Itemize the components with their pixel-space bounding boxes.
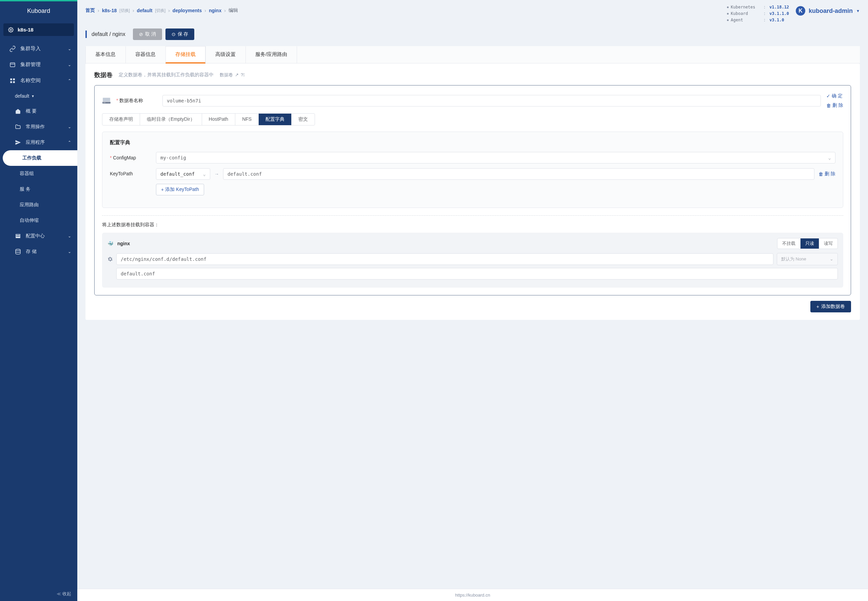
subtab-emptydir[interactable]: 临时目录（EmptyDir）	[140, 114, 202, 125]
svg-rect-8	[16, 236, 20, 237]
cluster-name: k8s-18	[18, 27, 34, 32]
spacer	[108, 271, 113, 276]
bc-cluster-switch[interactable]: [切换]	[119, 8, 130, 14]
caret-down-icon: ▼	[31, 94, 35, 98]
chevron-down-icon: ⌄	[68, 63, 71, 67]
tab-service[interactable]: 服务/应用路由	[245, 46, 297, 63]
mount-heading: 将上述数据卷挂载到容器：	[102, 222, 843, 228]
confirm-button[interactable]: ✓确 定	[826, 93, 842, 99]
volume-box: 数据卷名称 ✓确 定 🗑删 除 存储卷声明 临时目录（EmptyDir） Hos…	[94, 85, 851, 295]
nav-config[interactable]: 配置中心⌄	[0, 228, 77, 244]
tab-basic[interactable]: 基本信息	[85, 46, 125, 63]
nav-services[interactable]: 服 务	[0, 182, 77, 197]
cluster-selector[interactable]: k8s-18	[3, 23, 74, 36]
titlebar: default / nginx ⊘取 消 ⊙保 存	[77, 24, 868, 46]
nav-pods[interactable]: 容器组	[0, 166, 77, 182]
subtab-nfs[interactable]: NFS	[235, 114, 259, 125]
add-volume-row: +添加数据卷	[94, 301, 851, 313]
divider	[102, 215, 843, 216]
nav-cluster-manage[interactable]: 集群管理⌄	[0, 56, 77, 73]
chevron-down-icon: ⌄	[68, 46, 71, 51]
seg-readwrite[interactable]: 读写	[819, 238, 838, 249]
ktp-path-input[interactable]	[223, 168, 815, 180]
sidebar: Kuboard k8s-18 集群导入⌄ 集群管理⌄ 名称空间⌃ default…	[0, 0, 77, 601]
tab-container[interactable]: 容器信息	[125, 46, 166, 63]
seg-readonly[interactable]: 只读	[801, 238, 819, 249]
page-title: default / nginx	[91, 31, 125, 37]
section-desc: 定义数据卷，并将其挂载到工作负载的容器中	[119, 72, 213, 78]
grid-icon	[9, 78, 15, 84]
cm-select[interactable]: my-config⌄	[156, 152, 836, 163]
nav-storage[interactable]: 存 储⌄	[0, 244, 77, 259]
add-ktp-button[interactable]: +添加 KeyToPath	[156, 184, 204, 195]
svg-rect-1	[10, 63, 15, 67]
ktp-key-select[interactable]: default_conf⌄	[156, 168, 210, 180]
gear-icon	[108, 256, 113, 262]
bc-ns-switch[interactable]: [切换]	[155, 8, 166, 14]
chevron-right-icon: ›	[224, 8, 226, 13]
save-button[interactable]: ⊙保 存	[166, 29, 195, 40]
bc-home[interactable]: 首页	[85, 8, 95, 14]
send-icon	[15, 139, 21, 145]
ktp-label: KeyToPath	[110, 168, 151, 176]
help-link[interactable]: 数据卷↗?⃝	[220, 72, 245, 78]
volume-name-input[interactable]	[162, 95, 821, 107]
chevron-down-icon: ⌄	[203, 171, 206, 177]
subtab-hostpath[interactable]: HostPath	[202, 114, 236, 125]
check-icon: ✓	[826, 93, 830, 99]
seg-none[interactable]: 不挂载	[777, 238, 801, 249]
bc-cluster[interactable]: k8s-18	[102, 8, 117, 13]
footer: https://kuboard.cn	[77, 589, 868, 601]
subtab-pvc[interactable]: 存储卷声明	[102, 114, 140, 125]
subtab-configmap[interactable]: 配置字典	[259, 114, 292, 125]
volume-name-row: 数据卷名称 ✓确 定 🗑删 除	[102, 93, 843, 108]
nav-ns-default[interactable]: default▼	[0, 88, 77, 104]
mount-mode-segment: 不挂载 只读 读写	[777, 238, 838, 249]
volume-card: 数据卷 定义数据卷，并将其挂载到工作负载的容器中 数据卷↗?⃝ 数据卷名称 ✓确…	[85, 63, 860, 320]
user-menu[interactable]: K kuboard-admin ▼	[796, 4, 860, 15]
dot-icon	[727, 19, 729, 21]
delete-volume-button[interactable]: 🗑删 除	[826, 102, 843, 108]
tab-volume[interactable]: 存储挂载	[166, 46, 206, 63]
trash-icon: 🗑	[818, 171, 823, 177]
svg-point-10	[15, 249, 20, 251]
mount-subpath-input[interactable]	[116, 268, 838, 279]
container-name: nginx	[117, 241, 130, 246]
cancel-button[interactable]: ⊘取 消	[133, 29, 162, 40]
mount-path-row: 默认为 None⌄	[108, 253, 838, 265]
nav-common[interactable]: 常用操作⌄	[0, 119, 77, 135]
plus-icon: +	[816, 304, 819, 309]
username: kuboard-admin	[809, 8, 853, 15]
nav-ingress[interactable]: 应用路由	[0, 197, 77, 213]
user-logo-icon: K	[796, 6, 805, 15]
svg-point-0	[10, 29, 12, 31]
external-link-icon: ↗	[235, 72, 239, 77]
delete-ktp-button[interactable]: 🗑删 除	[818, 171, 836, 177]
chevron-right-icon: ›	[204, 8, 206, 13]
svg-rect-6	[13, 81, 15, 83]
subtab-secret[interactable]: 密文	[292, 114, 315, 125]
arrow-right-icon: →	[214, 171, 219, 177]
chevron-down-icon: ⌄	[830, 256, 833, 261]
bc-deployments[interactable]: deployments	[172, 8, 202, 13]
layers-icon	[15, 233, 21, 239]
folder-icon	[15, 124, 21, 130]
nav-namespace[interactable]: 名称空间⌃	[0, 73, 77, 88]
tab-advanced[interactable]: 高级设置	[206, 46, 245, 63]
nav-overview[interactable]: 概 要	[0, 104, 77, 119]
nav-apps[interactable]: 应用程序⌃	[0, 135, 77, 150]
main: 首页 › k8s-18 [切换] › default [切换] › deploy…	[77, 0, 868, 601]
bc-name[interactable]: nginx	[209, 8, 221, 13]
chevron-down-icon: ⌄	[828, 155, 831, 160]
footer-link[interactable]: https://kuboard.cn	[455, 592, 490, 598]
nav-hpa[interactable]: 自动伸缩	[0, 213, 77, 228]
propagation-select[interactable]: 默认为 None⌄	[777, 253, 838, 265]
chevron-up-icon: ⌃	[68, 78, 71, 83]
bc-ns[interactable]: default	[137, 8, 152, 13]
nav-cluster-import[interactable]: 集群导入⌄	[0, 41, 77, 56]
docker-icon: 🐳	[108, 241, 113, 246]
nav-workload[interactable]: 工作负载	[3, 150, 77, 166]
collapse-sidebar[interactable]: ≪ 收起	[0, 587, 77, 601]
mount-path-input[interactable]	[116, 253, 774, 265]
add-volume-button[interactable]: +添加数据卷	[810, 301, 851, 313]
